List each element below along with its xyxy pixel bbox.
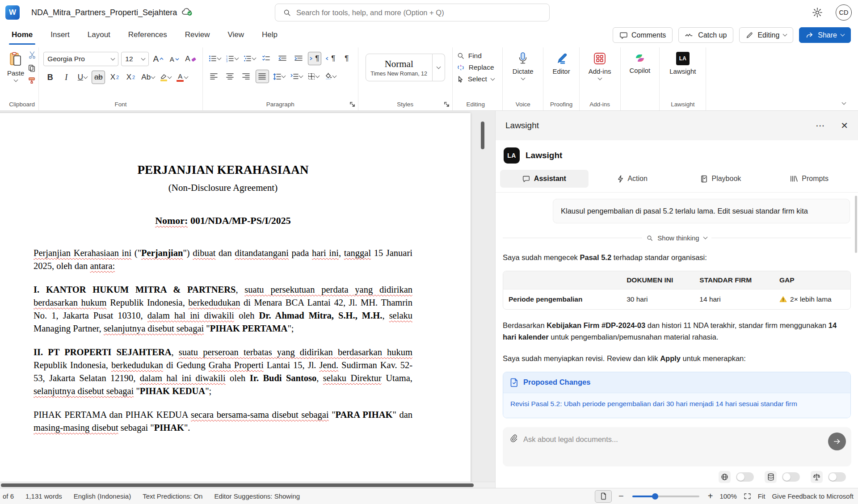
chat-input[interactable]: Ask about legal documents... xyxy=(503,427,851,466)
paragraph-indent-button[interactable] xyxy=(289,70,304,83)
editor-button[interactable]: Editor xyxy=(552,52,570,75)
send-button[interactable] xyxy=(828,433,846,450)
find-button[interactable]: Find xyxy=(457,52,494,60)
paperclip-icon[interactable] xyxy=(510,434,518,443)
document-title[interactable]: NDA_Mitra_Partners_Properti_Sejahtera xyxy=(31,8,177,17)
grow-font-button[interactable]: A xyxy=(151,52,165,66)
tab-assistant[interactable]: Assistant xyxy=(500,170,589,188)
replace-button[interactable]: bc Replace xyxy=(457,63,494,71)
document-vertical-scrollbar[interactable] xyxy=(481,120,484,468)
panel-scrollbar[interactable] xyxy=(855,196,857,253)
tab-references[interactable]: References xyxy=(122,26,173,43)
font-color-button[interactable]: A xyxy=(175,71,189,84)
document-horizontal-scrollbar[interactable] xyxy=(0,482,495,488)
addins-button[interactable]: Add-ins xyxy=(589,52,611,80)
styles-dialog-launcher-icon[interactable] xyxy=(444,101,450,107)
strikethrough-button[interactable]: ab xyxy=(92,71,105,84)
zoom-slider[interactable] xyxy=(632,496,699,497)
align-center-button[interactable] xyxy=(223,70,237,83)
account-avatar[interactable]: CD xyxy=(836,4,852,21)
subscript-button[interactable]: X2 xyxy=(108,71,121,84)
language-indicator[interactable]: English (Indonesia) xyxy=(74,492,131,500)
multilevel-list-button[interactable] xyxy=(242,52,257,65)
justify-button[interactable] xyxy=(256,70,269,83)
tab-prompts[interactable]: Prompts xyxy=(765,170,854,188)
line-spacing-button[interactable] xyxy=(272,70,286,83)
tab-review[interactable]: Review xyxy=(179,26,216,43)
scales-icon[interactable] xyxy=(811,471,823,483)
feedback-link[interactable]: Give Feedback to Microsoft xyxy=(772,492,854,500)
rtl-paragraph-button[interactable]: ¶ xyxy=(324,52,337,65)
group-paragraph: 123 ¶ ¶ ¶ Paragraph xyxy=(203,47,358,110)
database-toggle[interactable] xyxy=(782,472,800,482)
tab-help[interactable]: Help xyxy=(256,26,284,43)
bold-button[interactable]: B xyxy=(43,71,57,84)
scales-toggle[interactable] xyxy=(828,472,846,482)
panel-close-icon[interactable]: ✕ xyxy=(841,120,848,131)
show-thinking-row[interactable]: Show thinking xyxy=(503,234,851,242)
font-size-select[interactable]: 12 xyxy=(121,52,149,66)
bullets-button[interactable] xyxy=(207,52,222,65)
proposed-revision-item[interactable]: Revisi Pasal 5.2: Ubah periode pengembal… xyxy=(503,393,850,418)
underline-button[interactable]: U xyxy=(76,71,89,84)
assistant-message: Berdasarkan Kebijakan Firm #DP-2024-03 d… xyxy=(503,319,851,343)
proposed-changes-header[interactable]: Proposed Changes xyxy=(503,372,850,393)
web-toggle[interactable] xyxy=(736,472,754,482)
paragraph-dialog-launcher-icon[interactable] xyxy=(349,101,355,107)
catch-up-button[interactable]: Catch up xyxy=(678,27,733,43)
numbering-button[interactable]: 123 xyxy=(225,52,240,65)
tab-insert[interactable]: Insert xyxy=(44,26,76,43)
zoom-in-button[interactable]: + xyxy=(708,491,713,501)
gear-icon[interactable] xyxy=(812,7,823,18)
shading-button[interactable] xyxy=(323,70,337,83)
editor-suggestions[interactable]: Editor Suggestions: Showing xyxy=(214,492,300,500)
highlight-color-button[interactable] xyxy=(159,71,172,84)
database-icon[interactable] xyxy=(765,471,777,483)
share-button[interactable]: Share xyxy=(799,27,851,43)
increase-indent-button[interactable] xyxy=(292,52,305,65)
web-globe-icon[interactable] xyxy=(719,471,731,483)
checklist-button[interactable] xyxy=(260,52,273,65)
assistant-message: Saya sudah mengecek Pasal 5.2 terhadap s… xyxy=(503,252,851,263)
zoom-level[interactable]: 100% xyxy=(719,492,736,500)
style-normal-card[interactable]: Normal Times New Roman, 12 xyxy=(366,54,433,81)
ltr-paragraph-button[interactable]: ¶ xyxy=(308,52,321,65)
document-page[interactable]: PERJANJIAN KERAHASIAAN (Non-Disclosure A… xyxy=(0,113,471,488)
cut-icon[interactable] xyxy=(28,51,37,59)
print-layout-view-button[interactable] xyxy=(595,490,612,503)
styles-gallery-chevron[interactable] xyxy=(433,54,445,81)
zoom-out-button[interactable]: − xyxy=(618,491,624,501)
italic-button[interactable]: I xyxy=(59,71,73,84)
editing-mode-button[interactable]: Editing xyxy=(739,27,793,43)
tab-playbook[interactable]: Playbook xyxy=(677,170,765,188)
font-name-select[interactable]: Georgia Pro xyxy=(43,52,118,66)
dictate-button[interactable]: Dictate xyxy=(513,52,534,80)
search-input[interactable]: Search for tools, help, and more (Option… xyxy=(275,4,550,21)
shrink-font-button[interactable]: A xyxy=(168,52,181,66)
tab-action[interactable]: Action xyxy=(589,170,677,188)
text-predictions[interactable]: Text Predictions: On xyxy=(143,492,202,500)
word-count[interactable]: 1,131 words xyxy=(25,492,62,500)
show-paragraph-marks-button[interactable]: ¶ xyxy=(340,52,353,65)
superscript-button[interactable]: X2 xyxy=(124,71,137,84)
word-app-icon[interactable]: W xyxy=(5,5,20,20)
format-painter-icon[interactable] xyxy=(28,77,36,84)
decrease-indent-button[interactable] xyxy=(276,52,289,65)
borders-button[interactable] xyxy=(307,70,320,83)
panel-more-icon[interactable]: ⋯ xyxy=(816,120,825,131)
tab-layout[interactable]: Layout xyxy=(81,26,117,43)
align-left-button[interactable] xyxy=(207,70,221,83)
lawsight-ribbon-button[interactable]: LA Lawsight xyxy=(669,52,696,75)
copilot-button[interactable]: Copilot xyxy=(630,52,651,74)
paste-button[interactable]: Paste xyxy=(7,52,24,84)
align-right-button[interactable] xyxy=(240,70,253,83)
text-effects-button[interactable]: Ab xyxy=(140,71,156,84)
tab-view[interactable]: View xyxy=(222,26,251,43)
clear-formatting-button[interactable]: A xyxy=(184,52,198,66)
page-indicator[interactable]: of 6 xyxy=(3,492,14,500)
tab-home[interactable]: Home xyxy=(5,26,39,43)
copy-icon[interactable] xyxy=(28,64,36,72)
select-button[interactable]: Select xyxy=(457,75,494,83)
fit-button[interactable]: Fit xyxy=(758,492,765,500)
comments-button[interactable]: Comments xyxy=(613,27,673,43)
